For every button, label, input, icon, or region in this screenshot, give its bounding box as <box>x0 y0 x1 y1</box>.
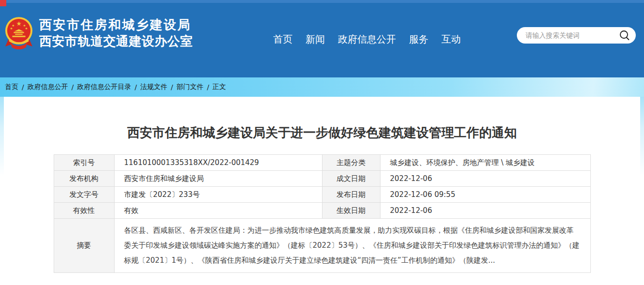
breadcrumb-gov-info-catalog[interactable]: 政府信息公开目录 <box>77 83 131 91</box>
breadcrumb: 首页 / 政府信息公开 / 政府信息公开目录 / 法规文件 / 部门文件 / 正… <box>0 77 644 97</box>
page-background: 西安市住房和城乡建设局关于进一步做好绿色建筑建设管理工作的通知 索引号 1161… <box>0 97 644 285</box>
table-row: 有效性 有效 生效日期 2022-12-06 <box>54 203 590 219</box>
nav-item-services[interactable]: 服务 <box>409 33 428 45</box>
table-row: 索引号 1161010001335318XX/2022-001429 主题分类 … <box>54 155 590 171</box>
document-title: 西安市住房和城乡建设局关于进一步做好绿色建筑建设管理工作的通知 <box>23 125 621 140</box>
meta-value-written-date: 2022-12-06 <box>380 171 590 187</box>
meta-label-topic-category: 主题分类 <box>322 155 380 171</box>
meta-value-document-number: 市建发〔2022〕233号 <box>114 187 322 203</box>
site-title-line1: 西安市住房和城乡建设局 <box>39 16 193 33</box>
site-title-line2: 西安市轨道交通建设办公室 <box>39 33 193 49</box>
meta-label-validity: 有效性 <box>54 203 114 219</box>
meta-value-publish-date: 2022-12-06 09:55 <box>380 187 590 203</box>
breadcrumb-separator: / <box>207 83 209 91</box>
breadcrumb-department-files[interactable]: 部门文件 <box>176 83 204 91</box>
site-logo-link[interactable]: ★ ★ ★ ★ ★ 西安市住房和城乡建设局 西安市轨道交通建设办公室 <box>5 16 193 49</box>
meta-label-document-number: 发文字号 <box>54 187 114 203</box>
breadcrumb-separator: / <box>171 83 173 91</box>
table-row: 发文字号 市建发〔2022〕233号 发布日期 2022-12-06 09:55 <box>54 187 590 203</box>
header-top-strip <box>0 0 644 3</box>
national-emblem-icon: ★ ★ ★ ★ ★ <box>5 16 33 49</box>
breadcrumb-separator: / <box>22 83 24 91</box>
search-input[interactable] <box>525 31 618 40</box>
breadcrumb-current-article: 正文 <box>213 83 226 91</box>
meta-label-written-date: 成文日期 <box>322 171 380 187</box>
meta-label-issuing-agency: 发布机构 <box>54 171 114 187</box>
site-header: ★ ★ ★ ★ ★ 西安市住房和城乡建设局 西安市轨道交通建设办公室 首页 新闻… <box>0 0 644 77</box>
meta-value-index-number: 1161010001335318XX/2022-001429 <box>114 155 322 171</box>
meta-label-abstract: 摘要 <box>54 219 114 273</box>
meta-label-publish-date: 发布日期 <box>322 187 380 203</box>
table-row-abstract: 摘要 各区县、西咸新区、各开发区住建局：为进一步推动我市绿色建筑高质量发展，助力… <box>54 219 590 273</box>
nav-item-news[interactable]: 新闻 <box>306 33 325 45</box>
meta-value-abstract: 各区县、西咸新区、各开发区住建局：为进一步推动我市绿色建筑高质量发展，助力实现双… <box>114 219 590 273</box>
meta-value-effective-date: 2022-12-06 <box>380 203 590 219</box>
corner-red-square <box>0 0 6 6</box>
meta-label-effective-date: 生效日期 <box>322 203 380 219</box>
search-button[interactable] <box>618 29 631 42</box>
nav-item-gov-info[interactable]: 政府信息公开 <box>338 33 396 45</box>
meta-value-validity: 有效 <box>114 203 322 219</box>
svg-text:★: ★ <box>10 27 13 30</box>
breadcrumb-home[interactable]: 首页 <box>5 83 18 91</box>
document-meta-table: 索引号 1161010001335318XX/2022-001429 主题分类 … <box>54 154 591 273</box>
breadcrumb-gov-info[interactable]: 政府信息公开 <box>28 83 68 91</box>
nav-item-interaction[interactable]: 互动 <box>441 33 461 45</box>
meta-value-topic-category: 城乡建设、环境保护、房地产管理 \ 城乡建设 <box>380 155 590 171</box>
breadcrumb-separator: / <box>134 83 137 91</box>
meta-value-issuing-agency: 西安市住房和城乡建设局 <box>114 171 322 187</box>
svg-text:★: ★ <box>16 20 21 27</box>
content-card: 西安市住房和城乡建设局关于进一步做好绿色建筑建设管理工作的通知 索引号 1161… <box>4 97 640 285</box>
breadcrumb-regulation-files[interactable]: 法规文件 <box>140 83 167 91</box>
site-title: 西安市住房和城乡建设局 西安市轨道交通建设办公室 <box>39 16 193 49</box>
search-icon <box>618 29 631 42</box>
nav-item-home[interactable]: 首页 <box>273 33 293 45</box>
main-nav: 首页 新闻 政府信息公开 服务 互动 <box>273 33 461 45</box>
table-row: 发布机构 西安市住房和城乡建设局 成文日期 2022-12-06 <box>54 171 590 187</box>
breadcrumb-separator: / <box>72 83 74 91</box>
search-box <box>517 27 636 44</box>
meta-label-index-number: 索引号 <box>54 155 114 171</box>
svg-text:★: ★ <box>25 27 28 30</box>
